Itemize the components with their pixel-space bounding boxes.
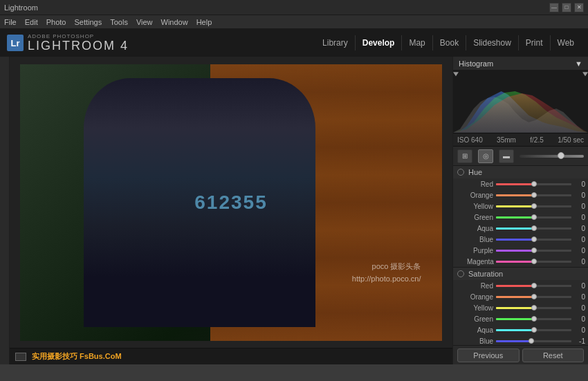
photo-canvas: 612355 poco 摄影头条 http://photo.poco.cn/ <box>20 64 442 341</box>
color-bar-track[interactable] <box>496 227 571 230</box>
color-thumb[interactable] <box>531 316 537 322</box>
reset-button[interactable]: Reset <box>522 349 585 362</box>
tool-circle[interactable]: ◎ <box>478 149 493 163</box>
color-value: 0 <box>571 236 585 243</box>
app-name: LIGHTROOM 4 <box>28 39 129 52</box>
color-thumb[interactable] <box>531 236 537 242</box>
color-label: Orange <box>467 192 496 199</box>
minimize-button[interactable]: — <box>549 3 559 12</box>
color-thumb[interactable] <box>531 181 537 187</box>
tab-web[interactable]: Web <box>550 35 581 50</box>
bottom-strip: 实用摄影技巧 FsBus.CoM <box>10 348 452 364</box>
tool-slider[interactable] <box>520 155 584 158</box>
color-row: Orange0 <box>453 189 588 201</box>
panels-scroll[interactable]: HueRed0Orange0Yellow0Green0Aqua0Blue0Pur… <box>453 166 588 345</box>
color-bar-track[interactable] <box>496 329 571 331</box>
color-row: Magenta0 <box>453 256 588 267</box>
title-bar: Lightroom — □ ✕ <box>0 0 588 15</box>
menu-help[interactable]: Help <box>196 18 212 26</box>
svg-marker-1 <box>582 72 588 76</box>
color-bar-fill <box>496 216 534 219</box>
photo-container[interactable]: 612355 poco 摄影头条 http://photo.poco.cn/ <box>10 57 452 348</box>
color-label: Blue <box>467 236 496 243</box>
color-bar-track[interactable] <box>496 239 571 241</box>
color-thumb[interactable] <box>531 259 537 264</box>
color-label: Green <box>467 315 496 323</box>
color-row: Green0 <box>453 313 588 324</box>
tab-map[interactable]: Map <box>401 35 432 50</box>
color-label: Red <box>467 282 496 290</box>
color-bar-track[interactable] <box>496 250 571 252</box>
color-thumb[interactable] <box>531 225 537 231</box>
color-thumb[interactable] <box>529 338 534 344</box>
color-bar-track[interactable] <box>496 285 571 287</box>
color-thumb[interactable] <box>531 192 537 198</box>
histogram-toggle-icon[interactable]: ▼ <box>575 59 582 68</box>
lr-badge: Lr <box>7 35 24 51</box>
color-label: Aqua <box>467 326 496 334</box>
color-bar-track[interactable] <box>496 261 571 263</box>
color-bar-track[interactable] <box>496 307 571 309</box>
menu-bar: File Edit Photo Settings Tools View Wind… <box>0 15 588 29</box>
color-row: Yellow0 <box>453 201 588 212</box>
color-bar-track[interactable] <box>496 340 571 342</box>
section-header-hue[interactable]: Hue <box>453 166 588 178</box>
color-bar-fill <box>496 194 534 196</box>
tab-develop[interactable]: Develop <box>355 35 402 50</box>
tab-book[interactable]: Book <box>432 35 466 50</box>
color-thumb[interactable] <box>531 283 537 288</box>
color-bar-track[interactable] <box>496 216 571 219</box>
menu-edit[interactable]: Edit <box>25 18 38 26</box>
color-bar-track[interactable] <box>496 194 571 196</box>
color-row: Blue-1 <box>453 335 588 345</box>
color-value: 0 <box>571 180 585 188</box>
section-toggle[interactable] <box>457 169 464 176</box>
menu-file[interactable]: File <box>4 18 17 26</box>
close-button[interactable]: ✕ <box>574 3 584 12</box>
color-label: Purple <box>467 247 496 254</box>
exif-bar: ISO 640 35mm f/2.5 1/50 sec <box>453 133 588 147</box>
tab-print[interactable]: Print <box>518 35 550 50</box>
color-thumb[interactable] <box>531 294 537 299</box>
color-bar-track[interactable] <box>496 205 571 207</box>
menu-view[interactable]: View <box>136 18 153 26</box>
section-toggle[interactable] <box>457 270 464 277</box>
color-thumb[interactable] <box>531 327 537 333</box>
maximize-button[interactable]: □ <box>562 3 571 12</box>
app-title-area: ADOBE PHOTOSHOP LIGHTROOM 4 <box>28 34 129 52</box>
histogram-chart <box>453 71 588 133</box>
histogram-header[interactable]: Histogram ▼ <box>453 57 588 71</box>
color-thumb[interactable] <box>531 305 537 310</box>
color-thumb[interactable] <box>531 214 537 220</box>
menu-photo[interactable]: Photo <box>46 18 66 26</box>
tool-grid[interactable]: ⊞ <box>457 149 472 163</box>
color-thumb[interactable] <box>531 203 537 209</box>
color-bar-track[interactable] <box>496 296 571 298</box>
tab-slideshow[interactable]: Slideshow <box>466 35 518 50</box>
header: Lr ADOBE PHOTOSHOP LIGHTROOM 4 Library D… <box>0 29 588 57</box>
section-header-saturation[interactable]: Saturation <box>453 268 588 280</box>
color-row: Orange0 <box>453 291 588 302</box>
color-row: Blue0 <box>453 234 588 245</box>
color-value: -1 <box>571 337 585 345</box>
photo-area: 612355 poco 摄影头条 http://photo.poco.cn/ 实… <box>10 57 452 364</box>
color-value: 0 <box>571 258 585 266</box>
menu-tools[interactable]: Tools <box>110 18 128 26</box>
color-bar-track[interactable] <box>496 183 571 185</box>
color-thumb[interactable] <box>531 248 537 253</box>
nav-tabs: Library Develop Map Book Slideshow Print… <box>315 35 581 50</box>
menu-window[interactable]: Window <box>161 18 188 26</box>
tool-brush[interactable]: ▬ <box>499 149 514 163</box>
exif-shutter: 1/50 sec <box>558 136 584 144</box>
tab-library[interactable]: Library <box>315 35 355 50</box>
color-label: Magenta <box>467 258 496 266</box>
color-value: 0 <box>571 203 585 210</box>
poco-line2: http://photo.poco.cn/ <box>352 273 421 286</box>
color-bar-fill <box>496 296 534 298</box>
previous-button[interactable]: Previous <box>457 349 520 362</box>
color-bar-track[interactable] <box>496 318 571 320</box>
color-label: Blue <box>467 337 496 345</box>
menu-settings[interactable]: Settings <box>74 18 102 26</box>
color-bar-fill <box>496 183 534 185</box>
bottom-buttons: Previous Reset <box>453 345 588 364</box>
